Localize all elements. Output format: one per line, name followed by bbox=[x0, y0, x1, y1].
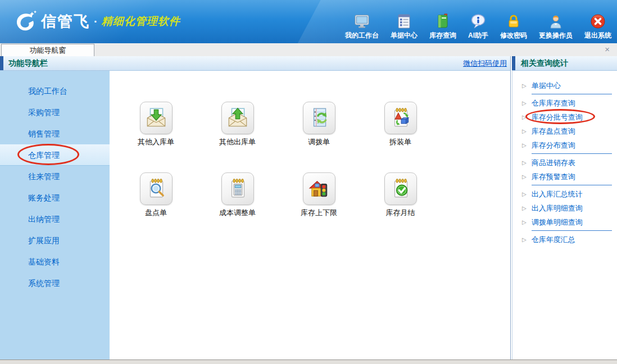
shortcut-other-inbound-order[interactable]: 其他入库单 bbox=[115, 102, 197, 172]
sidebar-item-label: 往来管理 bbox=[28, 172, 60, 181]
house-traffic-light-icon bbox=[303, 172, 335, 205]
sidebar-item-extensions[interactable]: 扩展应用 bbox=[0, 230, 110, 251]
query-panel-title: 相关查询统计 bbox=[521, 56, 568, 70]
query-link-in-out-detail-query[interactable]: ▷出入库明细查询 bbox=[512, 201, 617, 215]
sidebar-item-label: 采购管理 bbox=[28, 108, 60, 117]
query-link-label: 出入库汇总统计 bbox=[532, 189, 583, 199]
nav-panel-title: 功能导航栏 bbox=[8, 56, 48, 70]
toolbar-button-change-password[interactable]: 修改密码 bbox=[500, 13, 527, 40]
toolbar-button-doc-center[interactable]: 单据中心 bbox=[391, 13, 418, 40]
query-link-label: 库存分布查询 bbox=[532, 140, 575, 151]
triangle-bullet-icon: ▷ bbox=[522, 128, 527, 134]
operator-icon bbox=[547, 13, 564, 30]
notepad-check-icon bbox=[384, 172, 417, 205]
sidebar-item-accounting[interactable]: 账务处理 bbox=[0, 187, 110, 208]
shortcut-disassembly-order[interactable]: 拆装单 bbox=[360, 102, 441, 172]
padlock-icon bbox=[505, 13, 522, 30]
query-panel-body: ▷单据中心▷仓库库存查询▷库存分批号查询▷库存盘点查询▷库存分布查询▷商品进销存… bbox=[512, 71, 617, 360]
shortcut-label: 库存月结 bbox=[386, 208, 415, 218]
query-link-stock-batch-no-query[interactable]: ▷库存分批号查询 bbox=[512, 110, 617, 124]
query-link-doc-center[interactable]: ▷单据中心 bbox=[512, 79, 617, 93]
query-link-label: 单据中心 bbox=[532, 81, 561, 91]
sidebar-item-label: 销售管理 bbox=[28, 129, 60, 138]
tab-function-navigation[interactable]: 功能导航窗 bbox=[1, 44, 94, 56]
shortcut-other-outbound-order[interactable]: 其他出库单 bbox=[197, 102, 278, 172]
speech-bubble-info-icon bbox=[470, 13, 487, 30]
sidebar-item-sales[interactable]: 销售管理 bbox=[0, 123, 110, 144]
triangle-bullet-icon: ▷ bbox=[522, 160, 527, 166]
sidebar-item-cashier[interactable]: 出纳管理 bbox=[0, 208, 110, 230]
toolbar-button-label: 更换操作员 bbox=[539, 31, 573, 40]
toolbar-button-label: 我的工作台 bbox=[345, 31, 379, 40]
query-link-label: 库存盘点查询 bbox=[532, 126, 575, 136]
brand-name: 信管飞 bbox=[41, 11, 90, 31]
wechat-scan-link[interactable]: 微信扫码使用 bbox=[463, 56, 507, 70]
nav-panel-header: 功能导航栏 微信扫码使用 bbox=[0, 56, 510, 71]
query-link-label: 出入库明细查询 bbox=[532, 203, 583, 213]
triangle-bullet-icon: ▷ bbox=[522, 191, 527, 197]
sidebar-item-contacts[interactable]: 往来管理 bbox=[0, 166, 110, 187]
sidebar-item-purchase[interactable]: 采购管理 bbox=[0, 102, 110, 123]
main-area: 其他入库单其他出库单调拨单拆装单盘点单成本调整单库存上下限库存月结 bbox=[110, 71, 510, 360]
shortcut-inventory-month-end[interactable]: 库存月结 bbox=[360, 172, 441, 243]
separator-line bbox=[532, 230, 612, 231]
notepad-calculator-icon bbox=[221, 172, 254, 205]
query-link-label: 调拨单明细查询 bbox=[532, 217, 583, 228]
query-panel-header: 相关查询统计 bbox=[512, 56, 617, 71]
toolbar-button-inventory-query[interactable]: 库存查询 bbox=[429, 13, 456, 40]
sidebar-item-label: 仓库管理 bbox=[28, 151, 60, 160]
shortcut-label: 库存上下限 bbox=[301, 208, 337, 218]
query-link-stock-distribution-query[interactable]: ▷库存分布查询 bbox=[512, 138, 617, 152]
shortcut-label: 其他出库单 bbox=[219, 137, 256, 147]
notepad-shapes-icon bbox=[384, 102, 417, 134]
query-link-warehouse-annual-summary[interactable]: ▷仓库年度汇总 bbox=[512, 233, 617, 247]
triangle-bullet-icon: ▷ bbox=[522, 100, 527, 106]
sidebar-item-my-workspace[interactable]: 我的工作台 bbox=[0, 80, 110, 102]
toolbar-button-ai-assistant[interactable]: AI助手 bbox=[468, 13, 488, 40]
query-link-label: 商品进销存表 bbox=[532, 158, 575, 168]
query-link-stock-alert-query[interactable]: ▷库存预警查询 bbox=[512, 170, 617, 184]
sidebar-item-label: 系统管理 bbox=[28, 279, 60, 288]
top-toolbar: 我的工作台单据中心库存查询AI助手修改密码更换操作员退出系统 bbox=[345, 13, 611, 40]
tab-strip: 功能导航窗 × bbox=[0, 43, 617, 56]
query-link-transfer-detail-query[interactable]: ▷调拨单明细查询 bbox=[512, 215, 617, 229]
sidebar-item-system[interactable]: 系统管理 bbox=[0, 272, 110, 294]
query-link-label: 仓库年度汇总 bbox=[532, 235, 575, 245]
shortcut-label: 成本调整单 bbox=[219, 208, 256, 218]
sidebar-item-label: 出纳管理 bbox=[28, 215, 60, 224]
brand-logo: 信管飞 · 精细化管理软件 bbox=[13, 9, 180, 34]
shortcut-stock-upper-lower-limit[interactable]: 库存上下限 bbox=[278, 172, 360, 243]
app-window: 信管飞 · 精细化管理软件 我的工作台单据中心库存查询AI助手修改密码更换操作员… bbox=[0, 0, 617, 364]
toolbar-button-label: 单据中心 bbox=[391, 31, 418, 40]
query-link-product-flow-report[interactable]: ▷商品进销存表 bbox=[512, 156, 617, 170]
toolbar-button-exit-system[interactable]: 退出系统 bbox=[584, 13, 611, 40]
close-icon[interactable]: × bbox=[605, 45, 610, 53]
shortcut-stocktake-order[interactable]: 盘点单 bbox=[115, 172, 197, 243]
query-link-in-out-summary-stats[interactable]: ▷出入库汇总统计 bbox=[512, 187, 617, 201]
sidebar-item-label: 账务处理 bbox=[28, 193, 60, 202]
document-icon bbox=[396, 13, 412, 30]
triangle-bullet-icon: ▷ bbox=[522, 174, 527, 180]
query-link-label: 库存预警查询 bbox=[532, 172, 575, 182]
sidebar-item-warehouse[interactable]: 仓库管理 bbox=[0, 144, 110, 166]
shortcut-cost-adjustment-order[interactable]: 成本调整单 bbox=[197, 172, 278, 243]
vertical-divider bbox=[510, 56, 511, 360]
shortcut-label: 盘点单 bbox=[145, 208, 167, 218]
envelope-arrow-down-icon bbox=[140, 102, 173, 134]
toolbar-button-label: AI助手 bbox=[468, 31, 488, 40]
sidebar-item-basic-data[interactable]: 基础资料 bbox=[0, 251, 110, 272]
app-header: 信管飞 · 精细化管理软件 我的工作台单据中心库存查询AI助手修改密码更换操作员… bbox=[0, 0, 617, 43]
left-sidebar: 我的工作台采购管理销售管理仓库管理往来管理账务处理出纳管理扩展应用基础资料系统管… bbox=[0, 71, 110, 360]
shortcut-label: 调拨单 bbox=[308, 137, 330, 147]
query-link-stocktake-query[interactable]: ▷库存盘点查询 bbox=[512, 124, 617, 138]
toolbar-button-switch-operator[interactable]: 更换操作员 bbox=[539, 13, 573, 40]
query-link-warehouse-stock-query[interactable]: ▷仓库库存查询 bbox=[512, 96, 617, 110]
separator-line bbox=[532, 185, 612, 185]
toolbar-button-label: 退出系统 bbox=[584, 31, 611, 40]
shortcut-transfer-order[interactable]: 调拨单 bbox=[278, 102, 360, 172]
separator-line bbox=[532, 153, 612, 154]
query-link-label: 库存分批号查询 bbox=[532, 112, 583, 122]
triangle-bullet-icon: ▷ bbox=[522, 205, 527, 211]
toolbar-button-my-workspace[interactable]: 我的工作台 bbox=[345, 13, 379, 40]
toolbar-button-label: 修改密码 bbox=[500, 31, 527, 40]
